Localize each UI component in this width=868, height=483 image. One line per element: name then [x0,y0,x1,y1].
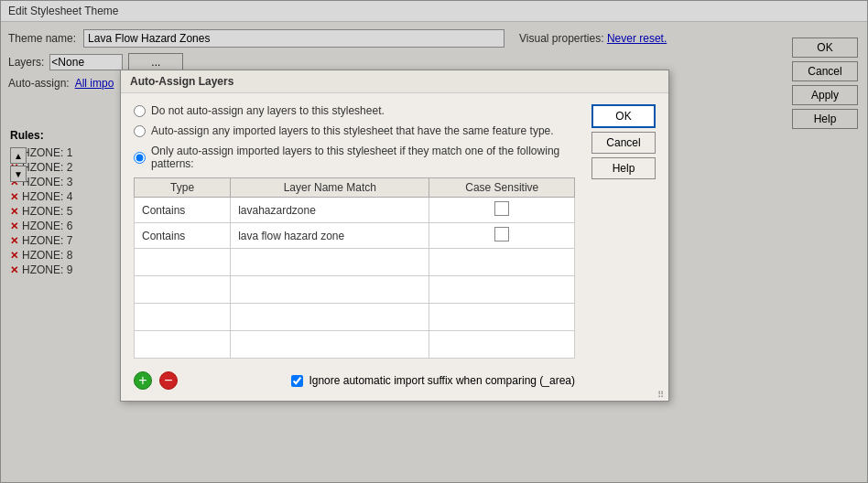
ignore-suffix-label[interactable]: Ignore automatic import suffix when comp… [309,374,575,387]
row1-case-checkbox[interactable] [494,201,509,216]
table-row-empty [135,304,575,331]
remove-pattern-button[interactable]: − [159,371,178,390]
modal-buttons: OK Cancel Help [591,104,656,390]
modal-cancel-button[interactable]: Cancel [591,132,656,154]
modal-title: Auto-Assign Layers [121,70,668,93]
radio-label-2[interactable]: Auto-assign any imported layers to this … [151,124,554,137]
modal-body: Do not auto-assign any layers to this st… [121,93,668,401]
col-match: Layer Name Match [231,178,429,198]
table-row-empty [135,249,575,276]
row1-type: Contains [135,198,231,223]
radio-row-3: Only auto-assign imported layers to this… [134,145,575,170]
row2-type: Contains [135,223,231,249]
modal-content-row: Do not auto-assign any layers to this st… [134,104,656,390]
col-case: Case Sensitive [429,178,575,198]
radio-match-patterns[interactable] [134,152,146,164]
radio-row-1: Do not auto-assign any layers to this st… [134,104,575,117]
ignore-suffix-row: Ignore automatic import suffix when comp… [185,374,575,387]
row2-case [429,223,575,249]
radio-same-feature[interactable] [134,125,146,137]
modal-help-button[interactable]: Help [591,157,656,179]
radio-row-2: Auto-assign any imported layers to this … [134,124,575,137]
modal-ok-button[interactable]: OK [591,104,656,128]
table-row: Contains lava flow hazard zone [135,223,575,249]
radio-label-1[interactable]: Do not auto-assign any layers to this st… [151,104,385,117]
table-row: Contains lavahazardzone [135,198,575,223]
row1-case [429,198,575,223]
radio-label-3[interactable]: Only auto-assign imported layers to this… [151,145,575,170]
modal-overlay: Auto-Assign Layers Do not auto-assign an… [1,1,867,482]
pattern-table-wrapper: Type Layer Name Match Case Sensitive Con… [134,177,575,359]
row2-case-checkbox[interactable] [494,227,509,242]
main-window: Edit Stylesheet Theme Theme name: Visual… [0,0,868,483]
row2-match: lava flow hazard zone [231,223,429,249]
modal-bottom: + − Ignore automatic import suffix when … [134,366,575,390]
col-type: Type [135,178,231,198]
resize-handle[interactable]: ⠿ [657,390,667,399]
auto-assign-modal: Auto-Assign Layers Do not auto-assign an… [120,70,669,402]
table-row-empty [135,276,575,304]
pattern-table: Type Layer Name Match Case Sensitive Con… [134,177,575,359]
modal-main: Do not auto-assign any layers to this st… [134,104,575,390]
table-row-empty [135,331,575,359]
row1-match: lavahazardzone [231,198,429,223]
ignore-suffix-checkbox[interactable] [291,375,303,387]
radio-no-auto-assign[interactable] [134,105,146,117]
add-pattern-button[interactable]: + [134,371,152,390]
